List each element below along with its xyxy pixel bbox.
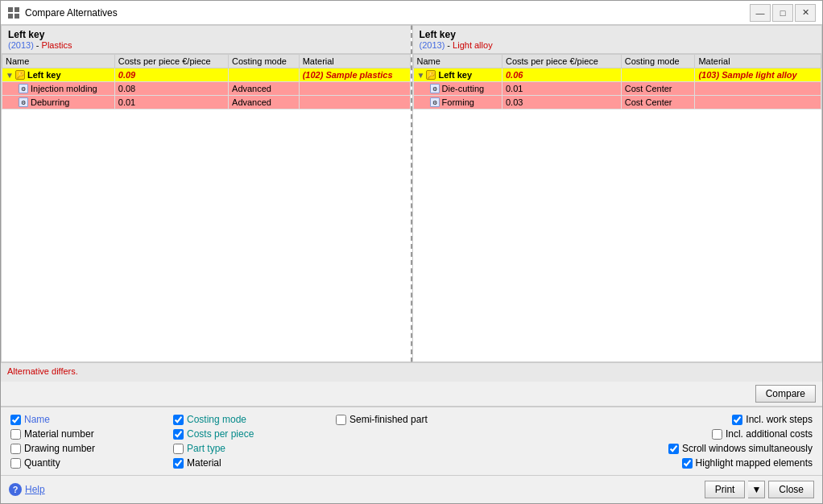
option-costing-mode-checkbox[interactable]: [173, 415, 184, 425]
left-row2-name: ⚙ Deburring: [2, 96, 115, 109]
left-col-material: Material: [299, 55, 410, 68]
tree-toggle-right-0[interactable]: ▼: [417, 71, 425, 80]
right-tree-table[interactable]: Name Costs per piece €/piece Costing mod…: [413, 54, 822, 361]
right-row1-cost: 0.01: [502, 82, 621, 96]
option-part-type-checkbox[interactable]: [173, 444, 184, 454]
close-window-button[interactable]: ✕: [795, 4, 816, 22]
action-bar: Compare: [1, 382, 822, 407]
print-button[interactable]: Print: [705, 481, 746, 498]
option-scroll-simultaneously[interactable]: Scroll windows simultaneously: [668, 443, 813, 454]
right-col-costing: Costing mode: [621, 55, 695, 68]
option-costs-per-piece-checkbox[interactable]: [173, 429, 184, 440]
option-costs-per-piece[interactable]: Costs per piece: [173, 428, 334, 440]
panels-row: Left key (2013) - Plastics Name: [1, 25, 822, 362]
right-panel-name: Light alloy: [453, 40, 493, 50]
right-row2-name-text: Forming: [442, 97, 474, 107]
option-material-label: Material: [187, 457, 221, 469]
option-incl-additional-costs[interactable]: Incl. additional costs: [712, 428, 813, 440]
option-material-number-checkbox[interactable]: [10, 429, 21, 440]
option-incl-work-steps-label: Incl. work steps: [746, 414, 813, 425]
left-panel-subtitle: (2013) - Plastics: [8, 40, 404, 50]
left-row0-name: ▼ 🔑 Left key: [2, 68, 115, 82]
left-panel-name-sep: -: [36, 40, 42, 50]
close-button[interactable]: Close: [768, 481, 814, 498]
options-bar: Name Material number Drawing number Quan…: [1, 407, 822, 475]
process-icon: ⚙: [19, 97, 28, 107]
option-drawing-number-checkbox[interactable]: [10, 444, 21, 454]
right-row2-material: [695, 96, 821, 109]
minimize-button[interactable]: —: [750, 4, 771, 22]
option-quantity[interactable]: Quantity: [10, 457, 172, 469]
left-table-header-row: Name Costs per piece €/piece Costing mod…: [2, 55, 411, 68]
key-icon: 🔑: [426, 70, 436, 80]
left-row1-name: ⚙ Injection molding: [2, 82, 115, 96]
option-material-number[interactable]: Material number: [10, 428, 172, 440]
app-icon: [7, 6, 20, 19]
right-row1-costing: Cost Center: [621, 82, 695, 96]
left-col-costing: Costing mode: [229, 55, 300, 68]
options-col3: Semi-finished part: [336, 414, 481, 469]
right-col-material: Material: [695, 55, 821, 68]
option-costing-mode-label: Costing mode: [187, 414, 246, 425]
option-part-type[interactable]: Part type: [173, 443, 334, 454]
right-row1-name-text: Die-cutting: [442, 84, 485, 93]
tree-toggle-0[interactable]: ▼: [6, 71, 14, 80]
option-drawing-number[interactable]: Drawing number: [10, 443, 172, 454]
option-material-number-label: Material number: [24, 428, 94, 440]
option-quantity-label: Quantity: [24, 457, 60, 469]
process-icon: ⚙: [19, 84, 28, 93]
option-highlight-mapped-label: Highlight mapped elements: [696, 457, 813, 469]
right-table: Name Costs per piece €/piece Costing mod…: [413, 54, 822, 109]
svg-rect-3: [14, 14, 19, 19]
option-highlight-mapped[interactable]: Highlight mapped elements: [682, 457, 813, 469]
print-dropdown-button[interactable]: ▼: [748, 481, 765, 498]
options-col4: Incl. work steps Incl. additional costs …: [482, 414, 813, 469]
right-panel-subtitle: (2013) - Light alloy: [420, 40, 816, 50]
option-material[interactable]: Material: [173, 457, 334, 469]
option-part-type-label: Part type: [187, 443, 225, 454]
diff-text: Alternative differs.: [7, 366, 78, 376]
option-name-checkbox[interactable]: [10, 415, 21, 425]
option-scroll-simultaneously-label: Scroll windows simultaneously: [682, 443, 813, 454]
table-row: ▼ 🔑 Left key 0.06 (103) Sample light all…: [413, 68, 821, 82]
left-panel-title: Left key: [8, 29, 404, 40]
footer: ? Help Print ▼ Close: [1, 475, 822, 503]
right-row2-cost: 0.03: [502, 96, 621, 109]
right-panel-header: Left key (2013) - Light alloy: [413, 26, 822, 54]
right-panel-year: (2013): [420, 40, 445, 50]
option-quantity-checkbox[interactable]: [10, 458, 21, 469]
right-table-header-row: Name Costs per piece €/piece Costing mod…: [413, 55, 821, 68]
right-row0-name: ▼ 🔑 Left key: [413, 68, 502, 82]
right-panel: Left key (2013) - Light alloy Name: [412, 25, 823, 362]
help-link[interactable]: ? Help: [9, 483, 45, 496]
footer-right: Print ▼ Close: [705, 481, 814, 498]
maximize-button[interactable]: □: [772, 4, 793, 22]
main-content: Left key (2013) - Plastics Name: [1, 25, 822, 475]
option-name[interactable]: Name: [10, 414, 172, 425]
option-incl-work-steps[interactable]: Incl. work steps: [732, 414, 813, 425]
option-incl-additional-costs-checkbox[interactable]: [712, 429, 722, 440]
compare-button[interactable]: Compare: [755, 385, 816, 403]
option-semi-finished-label: Semi-finished part: [349, 414, 428, 425]
option-incl-additional-costs-label: Incl. additional costs: [726, 428, 813, 440]
right-panel-title: Left key: [420, 29, 816, 40]
table-row: ⚙ Deburring 0.01 Advanced: [2, 96, 411, 109]
option-material-checkbox[interactable]: [173, 458, 184, 469]
option-scroll-simultaneously-checkbox[interactable]: [668, 444, 679, 454]
process-icon: ⚙: [430, 97, 440, 107]
option-semi-finished-checkbox[interactable]: [336, 415, 346, 425]
left-row2-material: [299, 96, 410, 109]
key-icon: 🔑: [15, 70, 25, 80]
option-highlight-mapped-checkbox[interactable]: [682, 458, 693, 469]
option-costing-mode[interactable]: Costing mode: [173, 414, 334, 425]
table-row: ▼ 🔑 Left key 0.09 (102) Sample plastics: [2, 68, 411, 82]
left-col-name: Name: [2, 55, 115, 68]
option-semi-finished[interactable]: Semi-finished part: [336, 414, 481, 425]
window-controls: — □ ✕: [750, 4, 816, 22]
right-row0-costing: [621, 68, 695, 82]
comparison-wrapper: Left key (2013) - Plastics Name: [1, 25, 822, 382]
left-row2-costing: Advanced: [229, 96, 300, 109]
left-tree-table[interactable]: Name Costs per piece €/piece Costing mod…: [2, 54, 411, 361]
left-panel-name: Plastics: [42, 40, 72, 50]
option-incl-work-steps-checkbox[interactable]: [732, 415, 742, 425]
